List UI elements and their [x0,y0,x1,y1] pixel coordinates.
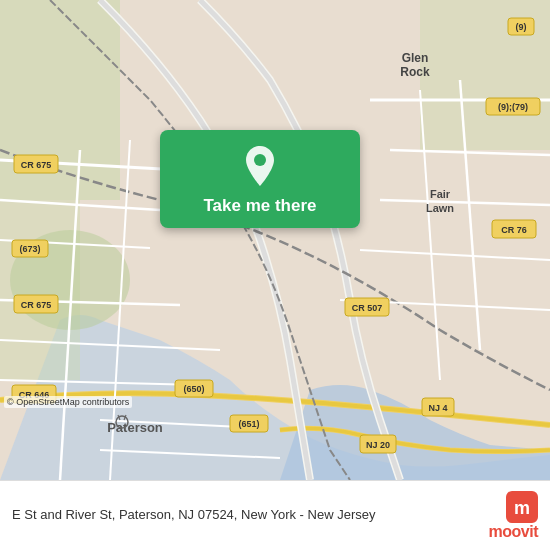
svg-point-54 [254,154,266,166]
bottom-bar: E St and River St, Paterson, NJ 07524, N… [0,480,550,550]
svg-text:Glen: Glen [402,51,429,65]
svg-text:Rock: Rock [400,65,430,79]
svg-text:(9);(79): (9);(79) [498,102,528,112]
svg-text:CR 76: CR 76 [501,225,527,235]
map-svg: CR 675 CR 675 (673) CR 646 (650) (651) C… [0,0,550,480]
svg-text:m: m [514,498,530,518]
svg-text:CR 675: CR 675 [21,300,52,310]
moovit-text: moovit [489,523,538,541]
svg-text:Lawn: Lawn [426,202,454,214]
osm-credit: © OpenStreetMap contributors [4,396,132,408]
svg-text:CR 675: CR 675 [21,160,52,170]
button-label: Take me there [203,196,316,216]
svg-text:NJ 20: NJ 20 [366,440,390,450]
svg-text:(651): (651) [238,419,259,429]
map-container: CR 675 CR 675 (673) CR 646 (650) (651) C… [0,0,550,480]
take-me-there-button[interactable]: Take me there [160,130,360,228]
pin-icon [242,144,278,188]
moovit-logo: m moovit [485,491,538,541]
svg-text:NJ 4: NJ 4 [428,403,447,413]
moovit-icon: m [506,491,538,523]
svg-text:(673): (673) [19,244,40,254]
svg-text:CR 507: CR 507 [352,303,383,313]
svg-text:(9): (9) [516,22,527,32]
svg-text:(650): (650) [183,384,204,394]
svg-text:Fair: Fair [430,188,451,200]
address-text: E St and River St, Paterson, NJ 07524, N… [12,506,475,524]
